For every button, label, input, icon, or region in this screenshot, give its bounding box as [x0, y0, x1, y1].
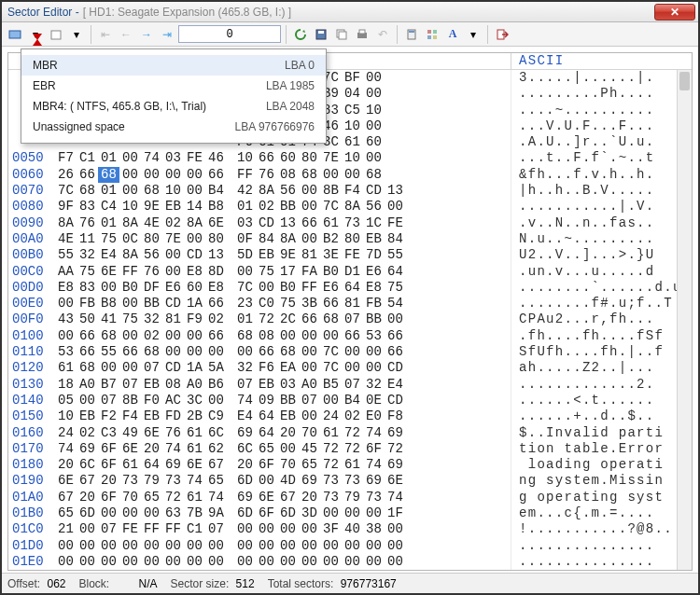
row-offset: 0190 [8, 473, 55, 489]
dropdown-item-right: LBA 1985 [266, 79, 315, 92]
dropdown-item[interactable]: Unassigned spaceLBA 976766976 [21, 117, 326, 137]
hex-row[interactable]: 00C0AA756EFF7600E88D007517FAB0D1E664.un.… [8, 264, 692, 280]
row-hex[interactable]: 6168000007CD1A5A32F6EA007C0000CD [55, 360, 511, 376]
row-hex[interactable]: 656D000000637B9A6D6F6D3D0000001F [55, 505, 511, 521]
hex-row[interactable]: 013018A0B707EB08A0B607EB03A0B50732E4....… [8, 377, 692, 393]
row-hex[interactable]: 435041753281F90201722C666807BB00 [55, 311, 511, 327]
hex-row[interactable]: 00D0E88300B0DFE660E87C00B0FFE664E875....… [8, 280, 692, 296]
row-hex[interactable]: 2402C3496E76616C6964207061727469 [55, 425, 511, 441]
hex-row[interactable]: 015010EBF2F4EBFD2BC9E464EB002402E0F8....… [8, 408, 692, 424]
row-offset: 00C0 [8, 264, 55, 280]
row-hex[interactable]: 00000000000000000000000000000000 [55, 554, 511, 570]
row-hex[interactable]: 0500078BF0AC3C007409BB0700B40ECD [55, 393, 511, 408]
font-dropdown[interactable]: ▾ [464, 25, 483, 44]
exit-button[interactable] [493, 25, 511, 44]
hex-row[interactable]: 01400500078BF0AC3C007409BB0700B40ECD....… [8, 393, 692, 408]
hex-row[interactable]: 00809F83C4109EEB14B80102BB007C8A5600....… [8, 199, 692, 214]
hex-row[interactable]: 00A04E11750C807E00800F848A00B280EB84N.u.… [8, 231, 692, 247]
row-hex[interactable]: 210007FEFFFFC107000000003F403800 [55, 521, 511, 537]
hex-row[interactable]: 01E000000000000000000000000000000000....… [8, 554, 692, 570]
scrollbar-thumb[interactable] [679, 72, 690, 90]
row-hex[interactable]: 4E11750C807E00800F848A00B280EB84 [55, 231, 511, 247]
open-file-button[interactable] [47, 25, 65, 44]
dropdown-item[interactable]: MBRLBA 0 [21, 55, 326, 76]
row-ascii: loading operati [511, 457, 692, 473]
toolbar-divider [397, 25, 398, 44]
dropdown-item[interactable]: EBRLBA 1985 [21, 76, 326, 96]
row-offset: 00D0 [8, 280, 55, 296]
print-button[interactable] [353, 25, 371, 44]
row-hex[interactable]: 00FBB800BBCD1A6623C0753B6681FB54 [55, 296, 511, 311]
row-offset: 01C0 [8, 521, 55, 537]
disk-select-button[interactable] [6, 25, 24, 44]
status-sector-size: Sector size: 512 [171, 577, 255, 590]
nav-next-button[interactable]: → [137, 25, 156, 44]
row-hex[interactable]: 74696F6E207461626C65004572726F72 [55, 441, 511, 457]
hex-row[interactable]: 01C0210007FEFFFFC107000000003F403800!...… [8, 521, 692, 537]
row-offset: 0060 [8, 167, 55, 183]
svg-rect-7 [359, 30, 365, 34]
row-ascii: 3.....|......|. [511, 70, 692, 86]
status-total-sectors: Total sectors: 976773167 [268, 577, 397, 590]
hex-row[interactable]: 01D000000000000000000000000000000000....… [8, 538, 692, 554]
dropdown-item[interactable]: MBR4: ( NTFS, 465.8 GB, I:\, Trial)LBA 2… [21, 96, 326, 117]
close-button[interactable]: ✕ [654, 4, 695, 21]
hex-row[interactable]: 00602666680000000066FF760868000068&fh...… [8, 167, 692, 183]
row-hex[interactable]: 00666800020000666808000000665366 [55, 328, 511, 344]
nav-last-button[interactable]: ⇥ [158, 25, 176, 44]
row-hex[interactable]: 10EBF2F4EBFD2BC9E464EB002402E0F8 [55, 408, 511, 424]
row-hex[interactable]: 206C6F6164696E67206F706572617469 [55, 457, 511, 473]
row-hex[interactable]: 5532E48A5600CD135DEB9E813EFE7D55 [55, 247, 511, 263]
row-hex[interactable]: 18A0B707EB08A0B607EB03A0B50732E4 [55, 377, 511, 393]
hex-row[interactable]: 01602402C3496E76616C6964207061727469$..I… [8, 425, 692, 441]
row-offset: 0150 [8, 408, 55, 424]
hex-row[interactable]: 01206168000007CD1A5A32F6EA007C0000CDah..… [8, 360, 692, 376]
row-hex[interactable]: 6E672073797374656D004D697373696E [55, 473, 511, 489]
calc-button[interactable] [402, 25, 421, 44]
row-hex[interactable]: E88300B0DFE660E87C00B0FFE664E875 [55, 280, 511, 296]
refresh-button[interactable] [291, 25, 310, 44]
row-hex[interactable]: 7C680100681000B4428A56008BF4CD13 [55, 183, 511, 199]
row-hex[interactable]: 000000000000000000000000000055AA [55, 570, 511, 571]
sector-nav-dropdown[interactable]: MBRLBA 0EBRLBA 1985MBR4: ( NTFS, 465.8 G… [21, 48, 327, 144]
save-button[interactable] [312, 25, 330, 44]
dropdown-item-label: MBR [33, 59, 58, 72]
row-offset: 01A0 [8, 490, 55, 505]
hex-row[interactable]: 01105366556668000000006668007C000066SfUf… [8, 344, 692, 360]
hex-row[interactable]: 0050F7C101007403FE46106660807E1000...t..… [8, 150, 692, 166]
hex-row[interactable]: 0180206C6F6164696E67206F706572617469 loa… [8, 457, 692, 473]
undo-button[interactable]: ↶ [373, 25, 392, 44]
hex-row[interactable]: 00908A76018A4E028A6E03CD136661731CFE.v..… [8, 215, 692, 231]
vertical-scrollbar[interactable] [677, 70, 692, 570]
nav-prev-button[interactable]: ← [117, 25, 135, 44]
font-button[interactable]: A [443, 25, 462, 44]
row-hex[interactable]: 5366556668000000006668007C000066 [55, 344, 511, 360]
open-file-dropdown[interactable]: ▾ [67, 25, 86, 44]
row-ascii: .fh....fh....fSf [511, 328, 692, 344]
row-hex[interactable]: 67206F7065726174696E672073797374 [55, 490, 511, 505]
hex-body[interactable]: 8ED8BE007CBF003.....|......|. 1C06CBFBB9… [8, 70, 692, 570]
hex-row[interactable]: 00B05532E48A5600CD135DEB9E813EFE7D55U2..… [8, 247, 692, 263]
hex-row[interactable]: 00F0435041753281F90201722C666807BB00CPAu… [8, 311, 692, 327]
row-ascii: !...........?@8.. [511, 521, 692, 537]
row-hex[interactable]: 8A76018A4E028A6E03CD136661731CFE [55, 215, 511, 231]
row-hex[interactable]: F7C101007403FE46106660807E1000 [55, 150, 511, 166]
hex-row[interactable]: 010000666800020000666808000000665366.fh.… [8, 328, 692, 344]
row-hex[interactable]: 2666680000000066FF760868000068 [55, 167, 511, 183]
hex-row[interactable]: 01B0656D000000637B9A6D6F6D3D0000001Fem..… [8, 505, 692, 521]
sector-input[interactable]: 0 [178, 25, 281, 43]
row-hex[interactable]: 00000000000000000000000000000000 [55, 538, 511, 554]
nav-first-button[interactable]: ⇤ [96, 25, 115, 44]
titlebar: Sector Editor - [ HD1: Seagate Expansion… [2, 2, 698, 22]
copy-button[interactable] [332, 25, 351, 44]
hex-row[interactable]: 00707C680100681000B4428A56008BF4CD13|h..… [8, 183, 692, 199]
hex-row[interactable]: 01F0000000000000000000000000000055AA....… [8, 570, 692, 571]
row-hex[interactable]: AA756EFF7600E88D007517FAB0D1E664 [55, 264, 511, 280]
grid-button[interactable] [423, 25, 441, 44]
hex-row[interactable]: 00E000FBB800BBCD1A6623C0753B6681FB54....… [8, 296, 692, 311]
hex-row[interactable]: 01A067206F7065726174696E672073797374g op… [8, 490, 692, 505]
row-hex[interactable]: 9F83C4109EEB14B80102BB007C8A5600 [55, 199, 511, 214]
row-ascii: ............... [511, 554, 692, 570]
hex-row[interactable]: 017074696F6E207461626C65004572726F72tion… [8, 441, 692, 457]
hex-row[interactable]: 01906E672073797374656D004D697373696Eng s… [8, 473, 692, 489]
